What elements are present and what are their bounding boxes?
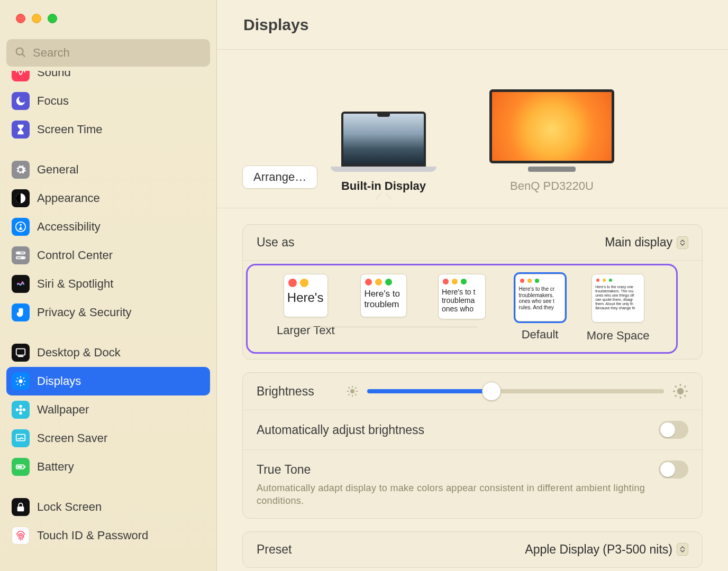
scale-caption-larger: Larger Text: [277, 324, 335, 338]
svg-line-47: [675, 395, 677, 397]
svg-rect-29: [17, 466, 22, 468]
preset-label: Preset: [257, 542, 292, 557]
search-icon: [15, 47, 26, 58]
scale-option-3[interactable]: Here's to the crtroublemakers.ones who s…: [501, 274, 579, 343]
use-as-select[interactable]: Main display: [605, 235, 688, 250]
scaling-options: Here's Larger Text Here's totroublem: [267, 274, 657, 344]
sidebar-item-appearance[interactable]: Appearance: [6, 184, 210, 213]
fingerprint-icon: [12, 527, 30, 545]
system-settings-window: SoundFocusScreen TimeGeneralAppearanceAc…: [0, 0, 728, 571]
slider-knob[interactable]: [482, 382, 501, 401]
svg-rect-30: [17, 506, 24, 511]
main-content: Displays Arrange… Built-in Display BenQ …: [217, 0, 728, 571]
flower-icon: [12, 401, 30, 419]
svg-point-0: [16, 48, 23, 55]
sidebar-item-label: General: [37, 163, 78, 177]
auto-brightness-toggle[interactable]: [659, 421, 688, 439]
sidebar-item-screensaver[interactable]: Screen Saver: [6, 424, 210, 453]
sidebar-item-displays[interactable]: Displays: [6, 367, 210, 395]
display-external[interactable]: BenQ PD3220U: [489, 89, 614, 193]
sidebar-item-desktop[interactable]: Desktop & Dock: [6, 338, 210, 367]
svg-point-40: [677, 388, 684, 395]
sidebar-item-label: Privacy & Security: [37, 306, 132, 319]
sidebar: SoundFocusScreen TimeGeneralAppearanceAc…: [0, 0, 217, 571]
svg-point-31: [350, 389, 354, 393]
sidebar-item-privacy[interactable]: Privacy & Security: [6, 298, 210, 327]
svg-point-8: [22, 257, 24, 259]
svg-line-48: [685, 386, 686, 388]
chevron-updown-icon: [677, 236, 688, 249]
svg-line-20: [23, 377, 24, 379]
sidebar-item-touchid[interactable]: Touch ID & Password: [6, 521, 210, 550]
wave-icon: [12, 71, 30, 81]
brightness-label: Brightness: [257, 384, 314, 399]
sidebar-item-label: Focus: [37, 94, 69, 108]
sidebar-item-focus[interactable]: Focus: [6, 87, 210, 115]
use-as-label: Use as: [257, 235, 295, 250]
sidebar-list: SoundFocusScreen TimeGeneralAppearanceAc…: [0, 71, 216, 571]
monitor-thumbnail: [489, 89, 614, 172]
search-input[interactable]: [6, 39, 210, 67]
preset-row: Preset Apple Display (P3-500 nits): [243, 532, 702, 567]
sidebar-item-screentime[interactable]: Screen Time: [6, 115, 210, 144]
scale-option-0[interactable]: Here's Larger Text: [267, 274, 345, 338]
brightness-panel: Brightness Automatically adjust brightne…: [242, 372, 703, 519]
sidebar-item-sound[interactable]: Sound: [6, 71, 210, 87]
brightness-slider[interactable]: [346, 383, 688, 399]
svg-line-1: [22, 54, 25, 57]
sidebar-item-label: Sound: [37, 71, 71, 79]
svg-rect-10: [16, 349, 25, 355]
scale-caption-default: Default: [522, 328, 559, 343]
svg-line-19: [17, 384, 18, 385]
svg-rect-11: [18, 356, 24, 357]
svg-line-46: [685, 395, 686, 397]
true-tone-label: True Tone: [257, 463, 311, 477]
svg-line-45: [675, 386, 677, 388]
sidebar-item-wallpaper[interactable]: Wallpaper: [6, 395, 210, 424]
minimize-window-button[interactable]: [32, 14, 41, 23]
display-built-in[interactable]: Built-in Display: [331, 112, 436, 193]
svg-line-38: [348, 394, 349, 395]
page-title: Displays: [243, 16, 308, 34]
svg-point-24: [16, 408, 19, 411]
scale-option-2[interactable]: Here's to ttroublemaones who: [423, 274, 501, 340]
resolution-scaling-row: Here's Larger Text Here's totroublem: [243, 261, 702, 359]
scale-tile: Here's to ttroublemaones who: [438, 274, 486, 319]
arrange-button[interactable]: Arrange…: [242, 165, 317, 189]
auto-brightness-row: Automatically adjust brightness: [243, 410, 702, 450]
sidebar-item-controlcenter[interactable]: Control Center: [6, 241, 210, 270]
scale-caption-more: More Space: [587, 329, 650, 344]
sidebar-item-label: Wallpaper: [37, 403, 89, 417]
sidebar-item-accessibility[interactable]: Accessibility: [6, 213, 210, 241]
preset-select[interactable]: Apple Display (P3-500 nits): [525, 542, 688, 557]
scale-option-4[interactable]: Here's to the crazy onetroublemakers. Th…: [579, 274, 657, 344]
sidebar-item-siri[interactable]: Siri & Spotlight: [6, 270, 210, 298]
hand-icon: [12, 303, 30, 321]
sidebar-item-label: Accessibility: [37, 220, 101, 234]
sidebar-item-label: Lock Screen: [37, 500, 102, 514]
svg-point-7: [18, 252, 20, 254]
sidebar-item-label: Touch ID & Password: [37, 529, 148, 542]
sidebar-item-label: Screen Time: [37, 123, 103, 136]
sidebar-item-label: Screen Saver: [37, 431, 107, 445]
slider-track[interactable]: [367, 389, 664, 393]
svg-line-39: [355, 388, 356, 389]
selection-callout: [376, 193, 391, 200]
scale-option-1[interactable]: Here's totroublem: [345, 274, 423, 338]
svg-point-25: [23, 408, 25, 411]
close-window-button[interactable]: [16, 14, 25, 23]
use-as-panel: Use as Main display: [242, 224, 703, 360]
brightness-icon: [12, 372, 30, 390]
sidebar-item-label: Desktop & Dock: [37, 346, 121, 360]
slider-fill: [367, 389, 492, 393]
settings-scroll[interactable]: Use as Main display: [217, 208, 728, 571]
true-tone-toggle[interactable]: [659, 461, 688, 478]
scale-tile-selected: Here's to the crtroublemakers.ones who s…: [515, 274, 565, 321]
sidebar-item-lockscreen[interactable]: Lock Screen: [6, 493, 210, 521]
scale-tile: Here's to the crazy onetroublemakers. Th…: [592, 274, 644, 323]
zoom-window-button[interactable]: [48, 14, 57, 23]
svg-point-23: [19, 412, 22, 415]
display-label: Built-in Display: [341, 179, 426, 193]
sidebar-item-battery[interactable]: Battery: [6, 453, 210, 481]
sidebar-item-general[interactable]: General: [6, 155, 210, 184]
